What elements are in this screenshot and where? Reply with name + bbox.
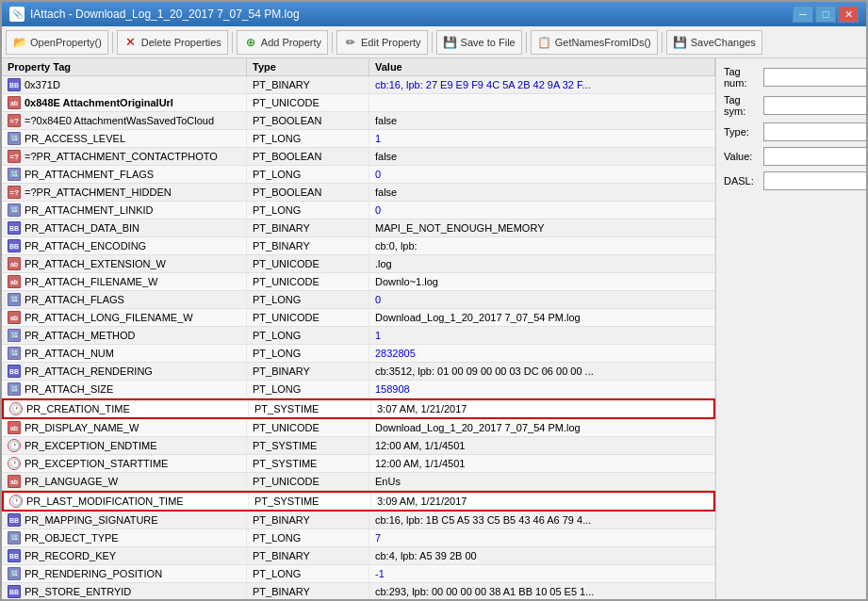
table-row[interactable]: =? =?0x84E0 AttachmentWasSavedToCloud PT… bbox=[2, 112, 715, 130]
table-area: Property Tag Type Value BB 0x371D PT_BIN… bbox=[2, 58, 715, 599]
type-text: PT_UNICODE bbox=[253, 258, 319, 269]
table-row[interactable]: 🔢 PR_ATTACHMENT_LINKID PT_LONG 0 bbox=[2, 202, 715, 219]
table-row[interactable]: BB PR_STORE_ENTRYID PT_BINARY cb:293, lp… bbox=[2, 583, 715, 599]
binary-icon: BB bbox=[8, 78, 21, 91]
table-row[interactable]: BB PR_ATTACH_DATA_BIN PT_BINARY MAPI_E_N… bbox=[2, 219, 715, 237]
tag-cell: 🕐 PR_CREATION_TIME bbox=[4, 400, 249, 417]
table-row[interactable]: =? =?PR_ATTACHMENT_HIDDEN PT_BOOLEAN fal… bbox=[2, 184, 715, 202]
table-row[interactable]: 🕐 PR_LAST_MODIFICATION_TIME PT_SYSTIME 3… bbox=[2, 491, 715, 512]
systime-icon: 🕐 bbox=[8, 457, 21, 470]
table-row[interactable]: 🔢 PR_ATTACH_FLAGS PT_LONG 0 bbox=[2, 291, 715, 309]
table-row[interactable]: =? =?PR_ATTACHMENT_CONTACTPHOTO PT_BOOLE… bbox=[2, 148, 715, 166]
type-text: PT_BINARY bbox=[253, 586, 310, 597]
edit-property-button[interactable]: ✏ Edit Property bbox=[336, 30, 428, 55]
tag-text: PR_ATTACH_NUM bbox=[25, 348, 114, 359]
value-cell: cb:293, lpb: 00 00 00 00 38 A1 BB 10 05 … bbox=[369, 583, 715, 599]
tag-cell: 🔢 PR_ATTACH_SIZE bbox=[2, 381, 247, 398]
save-changes-button[interactable]: 💾 SaveChanges bbox=[666, 30, 762, 55]
value-cell: 3:09 AM, 1/21/2017 bbox=[371, 493, 713, 510]
window-controls: ─ □ ✕ bbox=[793, 6, 859, 23]
tag-text: PR_RECORD_KEY bbox=[25, 550, 116, 561]
table-row[interactable]: BB PR_MAPPING_SIGNATURE PT_BINARY cb:16,… bbox=[2, 512, 715, 529]
sep-5 bbox=[526, 32, 527, 53]
type-row: Type: bbox=[724, 122, 859, 141]
value-cell bbox=[369, 94, 715, 111]
type-text: PT_LONG bbox=[253, 294, 301, 305]
value-cell: cb:16, lpb: 27 E9 E9 F9 4C 5A 2B 42 9A 3… bbox=[369, 76, 715, 93]
long-icon: 🔢 bbox=[8, 168, 21, 181]
value-text: 3:09 AM, 1/21/2017 bbox=[377, 495, 467, 507]
value-text: 12:00 AM, 1/1/4501 bbox=[375, 440, 465, 451]
type-cell: PT_UNICODE bbox=[247, 473, 369, 490]
type-cell: PT_UNICODE bbox=[247, 309, 369, 326]
type-cell: PT_SYSTIME bbox=[249, 400, 371, 417]
tag-cell: BB PR_ATTACH_DATA_BIN bbox=[2, 219, 247, 236]
sep-2 bbox=[232, 32, 233, 53]
tag-sym-input[interactable] bbox=[763, 96, 866, 115]
table-row[interactable]: 🔢 PR_OBJECT_TYPE PT_LONG 7 bbox=[2, 529, 715, 547]
type-text: PT_LONG bbox=[253, 330, 301, 341]
table-row[interactable]: BB PR_ATTACH_RENDERING PT_BINARY cb:3512… bbox=[2, 363, 715, 381]
type-cell: PT_UNICODE bbox=[247, 94, 369, 111]
type-text: PT_SYSTIME bbox=[253, 458, 317, 469]
value-text: 0 bbox=[375, 294, 381, 305]
table-row[interactable]: 🔢 PR_ATTACH_NUM PT_LONG 2832805 bbox=[2, 345, 715, 363]
value-text: cb:3512, lpb: 01 00 09 00 00 03 DC 06 00… bbox=[375, 365, 594, 377]
close-button[interactable]: ✕ bbox=[838, 6, 859, 23]
value-text: 0 bbox=[375, 204, 381, 216]
type-cell: PT_LONG bbox=[247, 565, 369, 582]
tag-cell: 🔢 PR_ATTACHMENT_FLAGS bbox=[2, 166, 247, 183]
value-input[interactable] bbox=[763, 147, 866, 166]
maximize-button[interactable]: □ bbox=[815, 6, 836, 23]
table-row[interactable]: ab PR_ATTACH_FILENAME_W PT_UNICODE Downl… bbox=[2, 273, 715, 291]
binary-icon: BB bbox=[8, 221, 21, 235]
type-text: PT_BINARY bbox=[253, 514, 310, 526]
table-row[interactable]: 🔢 PR_ATTACH_SIZE PT_LONG 158908 bbox=[2, 381, 715, 398]
table-row[interactable]: 🕐 PR_CREATION_TIME PT_SYSTIME 3:07 AM, 1… bbox=[2, 398, 715, 419]
type-cell: PT_LONG bbox=[247, 202, 369, 219]
table-row[interactable]: ab PR_ATTACH_LONG_FILENAME_W PT_UNICODE … bbox=[2, 309, 715, 327]
right-panel: Tag num: Tag sym: ℹ Type: Value: ... DAS… bbox=[715, 58, 866, 599]
edit-icon: ✏ bbox=[343, 35, 358, 50]
table-body[interactable]: BB 0x371D PT_BINARY cb:16, lpb: 27 E9 E9… bbox=[2, 76, 715, 599]
table-row[interactable]: 🔢 PR_ACCESS_LEVEL PT_LONG 1 bbox=[2, 130, 715, 148]
open-property-button[interactable]: 📂 OpenProperty() bbox=[6, 30, 108, 55]
table-row[interactable]: 🔢 PR_ATTACH_METHOD PT_LONG 1 bbox=[2, 327, 715, 345]
table-row[interactable]: BB PR_ATTACH_ENCODING PT_BINARY cb:0, lp… bbox=[2, 237, 715, 255]
type-text: PT_BOOLEAN bbox=[253, 187, 321, 198]
binary-icon: BB bbox=[8, 549, 21, 562]
table-row[interactable]: BB PR_RECORD_KEY PT_BINARY cb:4, lpb: A5… bbox=[2, 547, 715, 565]
table-row[interactable]: 🔢 PR_RENDERING_POSITION PT_LONG -1 bbox=[2, 565, 715, 583]
tag-text: 0x848E AttachmentOriginalUrl bbox=[25, 97, 173, 108]
value-cell: 7 bbox=[369, 529, 715, 546]
table-row[interactable]: ab PR_DISPLAY_NAME_W PT_UNICODE Download… bbox=[2, 419, 715, 437]
tag-text: PR_EXCEPTION_ENDTIME bbox=[25, 440, 157, 451]
get-names-button[interactable]: 📋 GetNamesFromIDs() bbox=[531, 30, 658, 55]
add-property-button[interactable]: ⊕ Add Property bbox=[237, 30, 328, 55]
minimize-button[interactable]: ─ bbox=[793, 6, 813, 23]
value-text: 1 bbox=[375, 133, 381, 144]
delete-properties-button[interactable]: ✕ Delete Properties bbox=[117, 30, 228, 55]
dasl-input[interactable] bbox=[763, 171, 866, 190]
table-row[interactable]: 🕐 PR_EXCEPTION_STARTTIME PT_SYSTIME 12:0… bbox=[2, 455, 715, 473]
value-cell: 12:00 AM, 1/1/4501 bbox=[369, 455, 715, 472]
type-text: PT_LONG bbox=[253, 204, 301, 216]
table-row[interactable]: 🕐 PR_EXCEPTION_ENDTIME PT_SYSTIME 12:00 … bbox=[2, 437, 715, 455]
table-row[interactable]: BB 0x371D PT_BINARY cb:16, lpb: 27 E9 E9… bbox=[2, 76, 715, 94]
get-names-label: GetNamesFromIDs() bbox=[555, 37, 651, 48]
long-icon: 🔢 bbox=[8, 293, 21, 306]
value-text: cb:16, lpb: 27 E9 E9 F9 4C 5A 2B 42 9A 3… bbox=[375, 79, 591, 90]
table-row[interactable]: 🔢 PR_ATTACHMENT_FLAGS PT_LONG 0 bbox=[2, 166, 715, 184]
tag-text: PR_ATTACH_FILENAME_W bbox=[25, 276, 157, 287]
value-cell: 1 bbox=[369, 130, 715, 147]
tag-text: PR_ATTACH_ENCODING bbox=[25, 240, 146, 252]
table-row[interactable]: ab PR_LANGUAGE_W PT_UNICODE EnUs bbox=[2, 473, 715, 491]
table-row[interactable]: ab PR_ATTACH_EXTENSION_W PT_UNICODE .log bbox=[2, 255, 715, 273]
table-row[interactable]: ab 0x848E AttachmentOriginalUrl PT_UNICO… bbox=[2, 94, 715, 112]
tag-num-input[interactable] bbox=[763, 68, 866, 87]
type-input[interactable] bbox=[763, 122, 866, 141]
save-to-file-button[interactable]: 💾 Save to File bbox=[436, 30, 522, 55]
type-text: PT_BOOLEAN bbox=[253, 115, 321, 126]
type-text: PT_UNICODE bbox=[253, 312, 319, 323]
tag-num-label: Tag num: bbox=[724, 66, 760, 89]
